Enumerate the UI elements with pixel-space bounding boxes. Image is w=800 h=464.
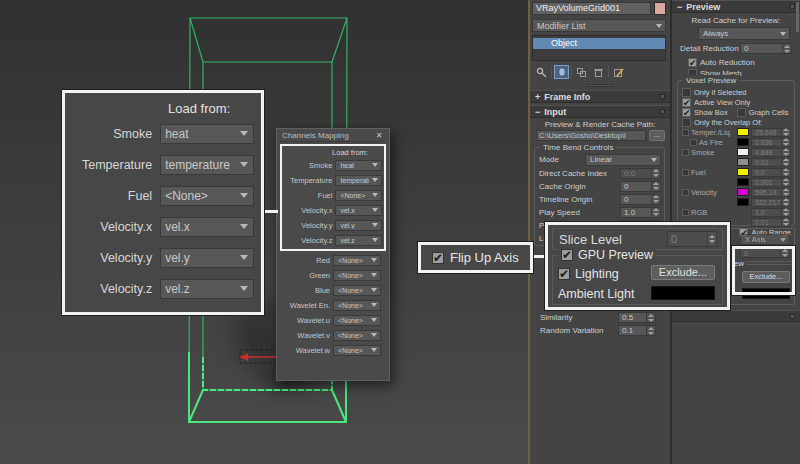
detail-reduction-spinner[interactable]: 0 [740,43,792,54]
cache-path-field[interactable]: C:\Users\Gosho\Desktop\l [536,130,646,141]
spinner-arrows-icon[interactable] [781,179,790,186]
channel-range-spinner[interactable]: 0.001 [751,178,791,187]
channel-checkbox[interactable] [690,139,697,146]
channel-source-dropdown[interactable]: vel.y [160,248,254,268]
object-color-swatch[interactable] [654,2,666,15]
channel-range-spinner[interactable]: 0.036 [751,138,791,147]
stack-item-object[interactable]: Object [533,38,665,49]
spinner-arrows-icon[interactable] [781,199,790,206]
color-swatch[interactable] [737,198,749,206]
object-name-field[interactable]: VRayVolumeGrid001 [532,2,651,15]
channel-source-dropdown[interactable]: <None> [333,330,381,341]
show-box-checkbox[interactable]: ✔ [682,108,691,117]
channel-source-dropdown[interactable]: <None> [333,285,381,296]
spinner-arrows-icon[interactable] [781,129,790,136]
color-swatch[interactable] [737,158,749,166]
auto-reduction-checkbox[interactable]: ✔ [688,58,697,67]
slice-level-spinner[interactable]: 0 [667,231,717,247]
channel-checkbox[interactable] [682,149,689,156]
channel-source-dropdown[interactable]: <None> [160,186,254,206]
color-swatch[interactable] [737,168,749,176]
read-cache-dropdown[interactable]: Always [698,27,790,40]
spinner-arrows-icon[interactable] [781,209,790,216]
ambient-light-swatch[interactable] [651,286,715,300]
channel-source-dropdown[interactable]: <None> [333,270,381,281]
channel-range-spinner[interactable]: 4.848 [751,148,791,157]
rollout-preview[interactable]: − Preview [672,0,800,13]
channel-checkbox[interactable] [682,169,689,176]
channel-source-dropdown[interactable]: <None> [335,190,382,201]
exclude-button[interactable]: Exclude... [651,265,715,280]
channel-source-dropdown[interactable]: vel.x [160,217,254,237]
gpu-preview-checkbox[interactable]: ✔ [561,249,573,261]
remove-modifier-icon[interactable] [591,65,606,79]
spinner-arrows-icon[interactable] [781,159,790,166]
lighting-checkbox[interactable]: ✔ [558,268,570,280]
channel-source-dropdown[interactable]: <None> [333,345,381,356]
color-swatch[interactable] [737,188,749,196]
only-if-selected-checkbox[interactable] [682,88,691,97]
channel-checkbox[interactable] [682,189,689,196]
make-unique-icon[interactable] [574,65,589,79]
slice-axis-dropdown[interactable]: X Axis [740,234,790,245]
rollout-collapsed[interactable] [672,310,800,322]
graph-cells-checkbox[interactable] [737,108,746,117]
spinner-arrows-icon[interactable] [781,189,790,196]
spinner-arrows-icon[interactable] [646,313,655,322]
spinner-arrows-icon[interactable] [707,232,716,246]
channel-source-dropdown[interactable]: <None> [333,300,381,311]
show-end-result-icon[interactable] [554,65,569,79]
parameter-spinner[interactable]: 0.0 [620,168,661,179]
channel-source-dropdown[interactable]: <None> [333,315,381,326]
color-swatch[interactable] [737,128,749,136]
parameter-spinner[interactable]: 0 [620,181,661,192]
configure-modifier-sets-icon[interactable] [611,65,626,79]
spinner-arrows-icon[interactable] [782,44,791,53]
spinner-arrows-icon[interactable] [781,219,790,226]
channel-source-dropdown[interactable]: heat [335,160,382,171]
browse-button[interactable]: ... [649,130,665,141]
rollout-frame-info[interactable]: + Frame Info [530,90,670,103]
spinner-arrows-icon[interactable] [781,169,790,176]
random-variation-spinner[interactable]: 0.1 [618,325,656,336]
channel-source-dropdown[interactable]: vel.z [160,279,254,299]
close-icon[interactable]: ✕ [374,131,384,140]
channel-range-spinner[interactable]: 322.217 [751,198,791,207]
dialog-titlebar[interactable]: Channels Mapping ✕ [280,129,386,142]
panel-scrollbar[interactable] [796,2,799,32]
active-view-only-checkbox[interactable]: ✔ [682,98,691,107]
spinner-arrows-icon[interactable] [646,326,655,335]
channel-range-spinner[interactable]: 0.0 [751,168,791,177]
panel-resize-handle[interactable] [587,84,613,87]
modifier-list-dropdown[interactable]: Modifier List [532,19,666,32]
rollout-input[interactable]: − Input [530,105,670,118]
channel-checkbox[interactable] [682,209,689,216]
spinner-arrows-icon[interactable] [651,195,660,204]
pin-stack-icon[interactable] [534,65,549,79]
color-swatch[interactable] [737,148,749,156]
mode-dropdown[interactable]: Linear [585,154,661,166]
parameter-spinner[interactable]: 1.0 [620,207,661,218]
only-overlap-checkbox[interactable] [682,118,691,127]
channel-source-dropdown[interactable]: vel.x [335,205,382,216]
channel-range-spinner[interactable]: 25.648 [751,128,791,137]
channel-source-dropdown[interactable]: <None> [333,255,381,266]
channel-range-spinner[interactable]: 595.14 [751,188,791,197]
channel-source-dropdown[interactable]: vel.y [335,220,382,231]
color-swatch[interactable] [737,138,749,146]
similarity-spinner[interactable]: 0.5 [618,312,656,323]
channel-range-spinner[interactable]: 0.01 [751,158,791,167]
spinner-arrows-icon[interactable] [651,169,660,178]
modifier-stack[interactable]: Object [532,35,666,61]
spinner-arrows-icon[interactable] [651,182,660,191]
parameter-spinner[interactable]: 0 [620,194,661,205]
channel-source-dropdown[interactable]: temperature [160,155,254,175]
channel-source-dropdown[interactable]: vel.z [335,235,382,246]
channel-range-spinner[interactable]: 1.0 [751,208,791,217]
flip-up-axis-checkbox[interactable]: ✔ [432,252,444,264]
spinner-arrows-icon[interactable] [651,208,660,217]
channel-source-dropdown[interactable]: heat [160,124,254,144]
spinner-arrows-icon[interactable] [781,139,790,146]
spinner-arrows-icon[interactable] [781,149,790,156]
color-swatch[interactable] [737,178,749,186]
